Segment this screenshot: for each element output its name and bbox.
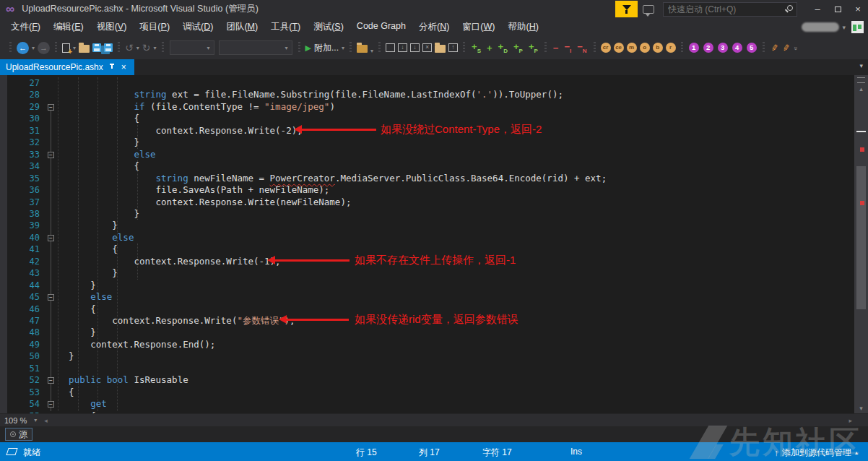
toolbar-grip[interactable]: [594, 42, 596, 53]
menu-item-11[interactable]: 帮助(H): [502, 19, 545, 35]
wand-plus-icon[interactable]: ✎: [780, 43, 791, 52]
plus-badge[interactable]: +: [487, 43, 492, 53]
code-line-27[interactable]: 27: [0, 77, 854, 89]
toolbar-grip[interactable]: [763, 42, 765, 53]
configuration-combobox[interactable]: ▾: [170, 40, 214, 55]
redo-button[interactable]: ↻: [142, 42, 151, 53]
code-line-35[interactable]: 35 string newFileName = PowerCreator.Med…: [0, 173, 854, 184]
code-line-28[interactable]: 28 string ext = file.FileName.Substring(…: [0, 89, 854, 100]
code-line-52[interactable]: 52− public bool IsReusable: [0, 374, 854, 386]
attach-dropdown-icon[interactable]: ▾: [342, 45, 344, 51]
toolbar-grip[interactable]: [118, 42, 120, 53]
code-line-49[interactable]: 49 context.Response.End();: [0, 339, 854, 350]
-badgeadge-p-2[interactable]: 2: [703, 43, 713, 53]
navigate-forward-button[interactable]: →: [38, 42, 50, 54]
code-line-40[interactable]: 40− else: [0, 232, 854, 244]
menu-item-8[interactable]: Code Graph: [350, 19, 412, 35]
code-line-44[interactable]: 44 }: [0, 280, 854, 291]
horizontal-scrollbar-track[interactable]: [51, 416, 846, 425]
code-line-29[interactable]: 29− if (file.ContentType != "image/jpeg"…: [0, 101, 854, 113]
-badgeadge-o-r[interactable]: r: [666, 43, 676, 53]
minus-badge-N[interactable]: −N: [577, 41, 586, 54]
-badgeadge-o-m[interactable]: m: [627, 43, 637, 53]
toolbar-grip[interactable]: [378, 42, 381, 53]
code-line-33[interactable]: 33− else: [0, 149, 854, 160]
user-name-redacted[interactable]: [802, 22, 839, 32]
feedback-icon[interactable]: [643, 5, 654, 14]
-badgeadge-o-o[interactable]: o: [640, 43, 650, 53]
code-line-50[interactable]: 50 }: [0, 350, 854, 362]
account-icon[interactable]: [851, 21, 864, 33]
code-line-48[interactable]: 48 }: [0, 327, 854, 338]
-badgeadge-o-cr[interactable]: cr: [601, 43, 611, 53]
wand-icon[interactable]: ✎: [768, 43, 780, 52]
import-tool-icon[interactable]: ↓: [410, 43, 420, 52]
toolbar-grip[interactable]: [9, 42, 12, 53]
scroll-down-icon[interactable]: ▾: [854, 405, 868, 412]
folder-tool-icon[interactable]: [435, 43, 446, 53]
scroll-right-icon[interactable]: ▸: [849, 417, 852, 424]
code-line-39[interactable]: 39 }: [0, 220, 854, 231]
zoom-combobox[interactable]: 109 % ▾: [1, 415, 41, 426]
undo-button[interactable]: ↺: [125, 42, 134, 53]
code-line-53[interactable]: 53 {: [0, 387, 854, 398]
-badgeadge-p-5[interactable]: 5: [747, 43, 757, 53]
pin-icon[interactable]: [109, 64, 116, 71]
toolbar-grip[interactable]: [162, 42, 164, 53]
attach-debugger-button[interactable]: ▶ 附加...: [305, 42, 339, 54]
menu-item-3[interactable]: 项目(P): [133, 19, 176, 35]
user-caret-icon[interactable]: ▾: [842, 24, 846, 31]
redo-dropdown-icon[interactable]: ▾: [154, 45, 157, 51]
code-line-32[interactable]: 32 }: [0, 137, 854, 148]
menu-item-5[interactable]: 团队(M): [220, 19, 264, 35]
menu-item-2[interactable]: 视图(V): [90, 19, 134, 35]
-badgeadge-o-ce[interactable]: ce: [614, 43, 624, 53]
code-line-45[interactable]: 45− else: [0, 291, 854, 303]
delete-tool-icon[interactable]: ×: [422, 43, 432, 52]
source-view-button[interactable]: 源: [5, 428, 32, 441]
plus-badge-P[interactable]: +P: [529, 41, 538, 54]
code-line-37[interactable]: 37 context.Response.Write(newFileName);: [0, 197, 854, 208]
find-dropdown-icon[interactable]: ▾: [370, 48, 373, 54]
tab-uploadresourcepic[interactable]: UploadResourcePic.ashx ×: [0, 59, 134, 75]
back-dropdown-icon[interactable]: ▾: [32, 45, 35, 51]
plus-badge-P[interactable]: +P: [513, 41, 523, 54]
menu-item-10[interactable]: 窗口(W): [456, 19, 501, 35]
code-line-38[interactable]: 38 }: [0, 208, 854, 220]
toolbar-grip[interactable]: [55, 42, 57, 53]
save-all-button[interactable]: [104, 43, 113, 52]
scrollbar-thumb[interactable]: [856, 166, 866, 309]
-badgeadge-o-b[interactable]: b: [653, 43, 663, 53]
save-button[interactable]: [92, 43, 101, 52]
scroll-up-icon[interactable]: ▴: [854, 85, 868, 92]
open-file-button[interactable]: [79, 43, 90, 53]
new-file-button[interactable]: [62, 43, 70, 53]
menu-item-1[interactable]: 编辑(E): [47, 19, 90, 35]
code-line-36[interactable]: 36 file.SaveAs(Path + newFileName);: [0, 184, 854, 196]
undo-dropdown-icon[interactable]: ▾: [136, 45, 139, 51]
code-line-34[interactable]: 34 {: [0, 160, 854, 172]
export-tool-icon[interactable]: ↑: [448, 43, 458, 52]
toolbar-grip[interactable]: [544, 42, 547, 53]
scroll-left-icon[interactable]: ◂: [44, 417, 48, 424]
import-tool-icon[interactable]: ↓: [398, 43, 407, 52]
menu-item-0[interactable]: 文件(F): [4, 19, 47, 35]
new-file-dropdown-icon[interactable]: ▾: [73, 45, 76, 51]
menu-item-6[interactable]: 工具(T): [264, 19, 307, 35]
menu-item-9[interactable]: 分析(N): [412, 19, 456, 35]
code-editor[interactable]: 2728 string ext = file.FileName.Substrin…: [0, 75, 854, 413]
vertical-scrollbar[interactable]: ▴ ▾: [854, 75, 868, 413]
code-line-43[interactable]: 43 }: [0, 267, 854, 279]
menu-item-7[interactable]: 测试(S): [307, 19, 350, 35]
toolbar-grip[interactable]: [681, 42, 683, 53]
navigate-back-button[interactable]: ←: [17, 42, 29, 54]
window-tool-icon[interactable]: [386, 43, 395, 52]
plus-badge-S[interactable]: +S: [472, 41, 481, 54]
platform-combobox[interactable]: ▾: [219, 40, 292, 55]
toolbar-grip[interactable]: [350, 42, 352, 53]
menu-item-4[interactable]: 调试(D): [176, 19, 220, 35]
-badgeadge-p-1[interactable]: 1: [689, 43, 699, 53]
restore-button[interactable]: [828, 1, 848, 17]
splitter-grip-icon[interactable]: [857, 77, 865, 83]
document-dropdown-icon[interactable]: ▾: [859, 62, 863, 69]
